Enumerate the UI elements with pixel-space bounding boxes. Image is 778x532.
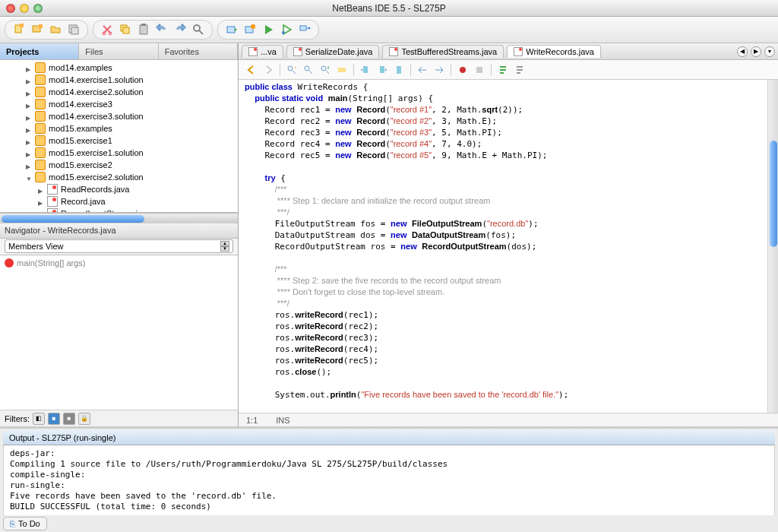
find-selection-button[interactable] (285, 63, 299, 77)
cut-button[interactable] (100, 22, 115, 37)
shift-right-button[interactable] (432, 63, 446, 77)
editor-tab[interactable]: WriteRecords.java (507, 45, 601, 58)
prev-bookmark-button[interactable] (359, 63, 372, 77)
navigator-header: Navigator - WriteRecords.java (0, 223, 238, 239)
editor-status-bar: 1:1 INS (239, 413, 778, 426)
java-file-icon (293, 47, 302, 56)
svg-rect-17 (300, 26, 306, 30)
svg-rect-22 (338, 68, 346, 72)
next-bookmark-button[interactable] (375, 63, 389, 77)
attach-debugger-button[interactable] (297, 22, 312, 37)
chevron-up-icon[interactable]: ▲ (220, 241, 229, 246)
cursor-position: 1:1 (246, 416, 258, 425)
paste-button[interactable] (136, 22, 151, 37)
package-icon (35, 74, 46, 85)
svg-rect-13 (227, 27, 235, 33)
copy-button[interactable] (118, 22, 133, 37)
insert-mode: INS (276, 416, 289, 425)
uncomment-button[interactable] (513, 63, 527, 77)
left-tab-files[interactable]: Files (79, 43, 158, 59)
method-icon (5, 258, 14, 268)
close-window-icon[interactable] (6, 4, 15, 13)
tree-node[interactable]: mod15.exercise2.solution (0, 171, 238, 183)
svg-point-21 (321, 66, 326, 71)
package-icon (35, 87, 46, 97)
redo-button[interactable] (172, 22, 188, 37)
tree-node[interactable]: mod14.exercise3 (0, 98, 238, 110)
undo-button[interactable] (154, 22, 169, 37)
tree-node[interactable]: Record.java (0, 195, 238, 207)
svg-rect-3 (39, 24, 43, 28)
editor-tab[interactable]: TestBufferedStreams.java (382, 45, 504, 58)
filter-static-button[interactable]: ■ (63, 413, 75, 425)
new-project-button[interactable] (30, 22, 45, 37)
java-file-icon (389, 47, 398, 56)
svg-rect-9 (123, 27, 129, 33)
new-file-button[interactable] (11, 22, 27, 37)
tree-node[interactable]: mod15.exercise1.solution (0, 147, 238, 159)
todo-tab[interactable]: ⎘ To Do (3, 517, 47, 530)
package-icon (35, 160, 46, 170)
svg-rect-1 (20, 24, 24, 27)
svg-rect-10 (140, 25, 147, 34)
output-console[interactable]: deps-jar: Compiling 1 source file to /Us… (3, 445, 775, 515)
pin-icon: ⎘ (10, 519, 15, 528)
svg-rect-11 (141, 24, 146, 26)
editor-dropdown-button[interactable]: ▾ (764, 46, 775, 57)
main-toolbar (0, 17, 778, 43)
code-editor[interactable]: public class WriteRecords { public stati… (239, 80, 767, 413)
package-icon (35, 99, 46, 109)
zoom-window-icon[interactable] (33, 4, 43, 13)
editor-tab[interactable]: ...va (242, 45, 283, 58)
tree-node[interactable]: mod15.exercise1 (0, 135, 238, 147)
filter-fields-button[interactable]: ■ (48, 413, 60, 425)
tree-node[interactable]: mod15.examples (0, 122, 238, 135)
macro-record-button[interactable] (456, 63, 470, 77)
package-icon (35, 123, 46, 134)
filter-inherited-button[interactable]: ◧ (33, 413, 45, 425)
editor-tab[interactable]: SerializeDate.java (286, 45, 380, 58)
toggle-bookmark-button[interactable] (392, 63, 406, 77)
package-icon (35, 135, 46, 146)
svg-point-20 (305, 66, 309, 71)
output-header[interactable]: Output - SL275P (run-single) (3, 430, 775, 445)
macro-stop-button[interactable] (473, 63, 486, 77)
tree-node[interactable]: mod14.examples (0, 62, 238, 74)
tree-node[interactable]: ReadRecords.java (0, 183, 238, 195)
svg-point-26 (460, 67, 466, 73)
tree-node[interactable]: mod14.exercise1.solution (0, 74, 238, 86)
shift-left-button[interactable] (416, 63, 429, 77)
clean-build-button[interactable] (242, 22, 258, 37)
editor-vertical-scrollbar[interactable] (767, 80, 778, 413)
tree-node[interactable]: mod14.exercise3.solution (0, 110, 238, 122)
tree-node[interactable]: mod14.exercise2.solution (0, 86, 238, 98)
navigator-filters: Filters: ◧ ■ ■ 🔒 (0, 410, 238, 426)
filter-nonpublic-button[interactable]: 🔒 (78, 413, 90, 425)
tree-horizontal-scrollbar[interactable] (0, 213, 238, 223)
tree-node[interactable]: mod15.exercise2 (0, 159, 238, 171)
svg-rect-27 (476, 67, 482, 73)
open-button[interactable] (48, 22, 63, 37)
comment-button[interactable] (496, 63, 510, 77)
nav-back-button[interactable] (245, 63, 258, 77)
navigator-view-select[interactable]: Members View ▲▼ (5, 239, 233, 253)
navigator-members[interactable]: main(String[] args) (0, 255, 238, 410)
run-button[interactable] (261, 22, 276, 37)
nav-forward-button[interactable] (261, 63, 275, 77)
find-prev-button[interactable] (302, 63, 315, 77)
left-tab-projects[interactable]: Projects (0, 43, 79, 59)
minimize-window-icon[interactable] (20, 4, 29, 13)
find-button[interactable] (191, 22, 206, 37)
svg-rect-24 (380, 66, 384, 73)
next-editor-button[interactable]: ▶ (751, 46, 761, 57)
left-tab-favorites[interactable]: Favorites (159, 43, 238, 59)
prev-editor-button[interactable]: ◀ (737, 46, 748, 57)
project-tree[interactable]: mod14.examplesmod14.exercise1.solutionmo… (0, 60, 238, 213)
chevron-down-icon[interactable]: ▼ (220, 246, 229, 252)
save-all-button[interactable] (66, 22, 81, 37)
build-button[interactable] (224, 22, 239, 37)
java-file-icon (47, 184, 58, 195)
debug-button[interactable] (279, 22, 294, 37)
toggle-highlight-button[interactable] (335, 63, 349, 77)
find-next-button[interactable] (318, 63, 332, 77)
